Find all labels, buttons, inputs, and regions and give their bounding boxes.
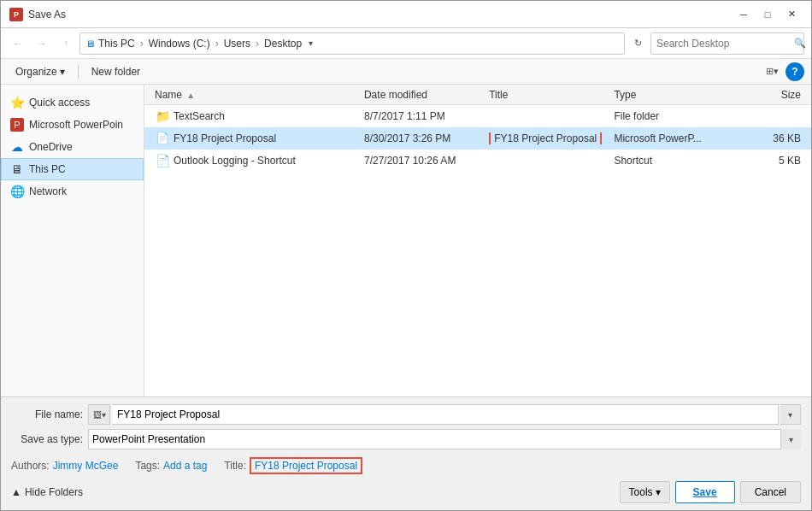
sidebar-item-label: Quick access xyxy=(29,97,90,109)
saveas-row: Save as type: PowerPoint Presentation ▾ xyxy=(11,429,801,449)
breadcrumb-part-pc: This PC xyxy=(98,38,135,50)
filename-icon-button[interactable]: 🖼▾ xyxy=(88,404,110,425)
forward-button[interactable]: → xyxy=(32,33,52,54)
save-button[interactable]: Save xyxy=(675,481,735,503)
title-meta-label: Title: xyxy=(224,460,246,472)
search-input[interactable] xyxy=(651,38,790,50)
column-title[interactable]: Title xyxy=(485,89,610,101)
shortcut-icon: 📄 xyxy=(155,153,170,168)
file-list: 📁 TextSearch 8/7/2017 1:11 PM File folde… xyxy=(144,105,811,396)
maximize-button[interactable]: □ xyxy=(756,6,779,23)
sidebar-item-label: This PC xyxy=(29,163,66,175)
nav-bar: ← → ↑ 🖥 This PC › Windows (C:) › Users ›… xyxy=(1,28,811,59)
meta-row: Authors: Jimmy McGee Tags: Add a tag Tit… xyxy=(11,454,801,476)
bottom-area: File name: 🖼▾ ▾ Save as type: PowerPoint… xyxy=(1,396,811,510)
dialog-title: Save As xyxy=(28,9,66,21)
sort-arrow-icon: ▲ xyxy=(186,91,195,100)
filename-label: File name: xyxy=(11,408,88,420)
tools-arrow-icon: ▾ xyxy=(656,486,661,498)
sidebar-item-onedrive[interactable]: ☁ OneDrive xyxy=(1,136,144,158)
pc-icon: 🖥 xyxy=(85,38,95,49)
tags-label: Tags: xyxy=(135,460,160,472)
filename-row: File name: 🖼▾ ▾ xyxy=(11,404,801,425)
authors-value[interactable]: Jimmy McGee xyxy=(53,460,119,472)
ppt-icon: 📄 xyxy=(155,131,170,146)
breadcrumb-dropdown-icon[interactable]: ▾ xyxy=(309,38,313,48)
content-area: ⭐ Quick access P Microsoft PowerPoin ☁ O… xyxy=(1,85,811,396)
sidebar-item-microsoft-powerpoint[interactable]: P Microsoft PowerPoin xyxy=(1,114,144,136)
saveas-label: Save as type: xyxy=(11,433,88,445)
sidebar-item-quick-access[interactable]: ⭐ Quick access xyxy=(1,91,144,114)
title-meta-value[interactable]: FY18 Project Proposal xyxy=(250,457,362,474)
column-type[interactable]: Type xyxy=(610,89,739,101)
pc-icon: 🖥 xyxy=(10,162,24,176)
breadcrumb[interactable]: 🖥 This PC › Windows (C:) › Users › Deskt… xyxy=(79,32,625,55)
search-icon: 🔍 xyxy=(790,38,810,49)
folder-icon: 📁 xyxy=(155,109,170,124)
sidebar-item-this-pc[interactable]: 🖥 This PC xyxy=(1,158,144,180)
hide-folders-button[interactable]: ▲ Hide Folders xyxy=(11,486,83,498)
table-row[interactable]: 📄 Outlook Logging - Shortcut 7/27/2017 1… xyxy=(144,150,811,172)
table-row[interactable]: 📁 TextSearch 8/7/2017 1:11 PM File folde… xyxy=(144,105,811,127)
toolbar: Organize ▾ New folder ⊞▾ ? xyxy=(1,59,811,85)
title-highlight-box: FY18 Project Proposal xyxy=(489,132,602,144)
organize-arrow-icon: ▾ xyxy=(60,66,65,78)
file-list-area: Name ▲ Date modified Title Type Size xyxy=(144,85,811,396)
filename-input[interactable] xyxy=(112,404,779,425)
sidebar: ⭐ Quick access P Microsoft PowerPoin ☁ O… xyxy=(1,85,144,396)
title-bar: P Save As ─ □ ✕ xyxy=(1,1,811,28)
column-size[interactable]: Size xyxy=(739,89,804,101)
file-list-header: Name ▲ Date modified Title Type Size xyxy=(144,85,811,105)
refresh-button[interactable]: ↻ xyxy=(628,34,647,53)
search-bar[interactable]: 🔍 xyxy=(650,32,804,55)
minimize-button[interactable]: ─ xyxy=(733,6,755,23)
view-button[interactable]: ⊞▾ xyxy=(762,62,782,81)
organize-button[interactable]: Organize ▾ xyxy=(8,63,73,80)
sidebar-item-label: OneDrive xyxy=(29,141,73,153)
help-button[interactable]: ? xyxy=(786,62,804,81)
authors-label: Authors: xyxy=(11,460,50,472)
tools-button[interactable]: Tools ▾ xyxy=(620,481,670,503)
up-button[interactable]: ↑ xyxy=(56,33,76,54)
network-icon: 🌐 xyxy=(10,185,24,198)
app-icon: P xyxy=(9,8,23,21)
close-button[interactable]: ✕ xyxy=(780,6,803,23)
back-button[interactable]: ← xyxy=(8,33,28,54)
action-row: ▲ Hide Folders Tools ▾ Save Cancel xyxy=(11,481,801,503)
column-date[interactable]: Date modified xyxy=(361,89,485,101)
cancel-button[interactable]: Cancel xyxy=(740,481,801,503)
new-folder-button[interactable]: New folder xyxy=(84,63,148,80)
table-row[interactable]: 📄 FY18 Project Proposal 8/30/2017 3:26 P… xyxy=(144,127,811,150)
filename-dropdown-icon[interactable]: ▾ xyxy=(780,404,801,425)
column-name[interactable]: Name ▲ xyxy=(151,89,361,101)
sidebar-item-network[interactable]: 🌐 Network xyxy=(1,180,144,203)
save-as-dialog: P Save As ─ □ ✕ ← → ↑ 🖥 This PC › Window… xyxy=(0,0,812,511)
onedrive-icon: ☁ xyxy=(10,140,24,154)
powerpoint-icon: P xyxy=(10,118,24,132)
sidebar-item-label: Network xyxy=(29,185,67,197)
sidebar-item-label: Microsoft PowerPoin xyxy=(29,119,123,131)
tags-value[interactable]: Add a tag xyxy=(163,460,207,472)
saveas-select[interactable]: PowerPoint Presentation xyxy=(88,429,801,449)
quick-access-icon: ⭐ xyxy=(10,96,24,109)
chevron-down-icon: ▲ xyxy=(11,486,21,498)
